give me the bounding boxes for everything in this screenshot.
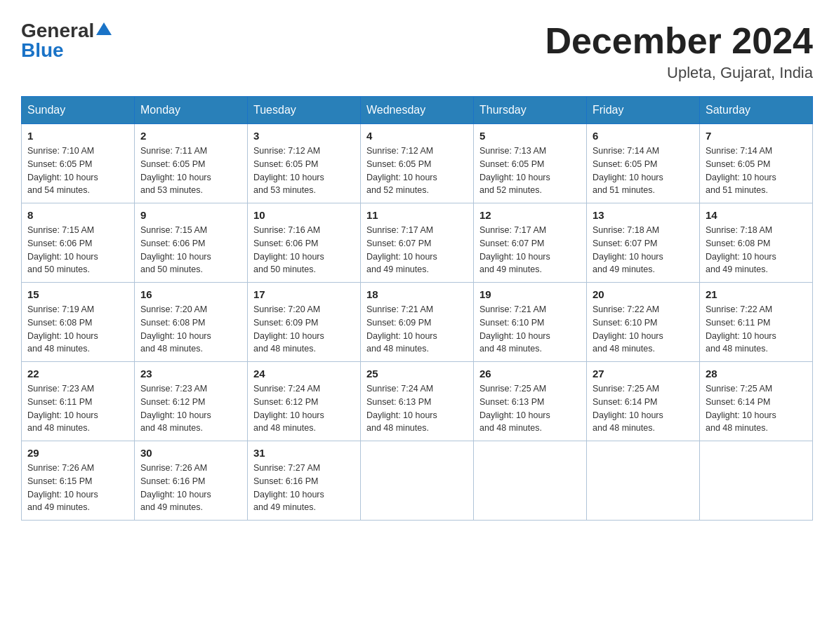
- day-info: Sunrise: 7:13 AMSunset: 6:05 PMDaylight:…: [479, 145, 581, 197]
- day-info: Sunrise: 7:25 AMSunset: 6:14 PMDaylight:…: [706, 382, 807, 435]
- day-number: 5: [479, 130, 581, 142]
- table-row: 15Sunrise: 7:19 AMSunset: 6:08 PMDayligh…: [22, 283, 135, 362]
- table-row: 12Sunrise: 7:17 AMSunset: 6:07 PMDayligh…: [474, 203, 587, 283]
- day-number: 8: [27, 209, 128, 221]
- day-info: Sunrise: 7:26 AMSunset: 6:16 PMDaylight:…: [140, 462, 241, 514]
- table-row: 1Sunrise: 7:10 AMSunset: 6:05 PMDaylight…: [22, 124, 135, 203]
- header-wednesday: Wednesday: [361, 97, 474, 124]
- day-info: Sunrise: 7:20 AMSunset: 6:08 PMDaylight:…: [140, 303, 241, 356]
- day-info: Sunrise: 7:22 AMSunset: 6:11 PMDaylight:…: [706, 303, 807, 356]
- table-row: 29Sunrise: 7:26 AMSunset: 6:15 PMDayligh…: [22, 441, 135, 521]
- table-row: 8Sunrise: 7:15 AMSunset: 6:06 PMDaylight…: [22, 203, 135, 283]
- table-row: [474, 441, 587, 521]
- day-info: Sunrise: 7:25 AMSunset: 6:14 PMDaylight:…: [593, 382, 694, 435]
- header-monday: Monday: [135, 97, 248, 124]
- day-info: Sunrise: 7:26 AMSunset: 6:15 PMDaylight:…: [27, 462, 128, 514]
- day-info: Sunrise: 7:16 AMSunset: 6:06 PMDaylight:…: [253, 224, 355, 276]
- table-row: 10Sunrise: 7:16 AMSunset: 6:06 PMDayligh…: [248, 203, 361, 283]
- day-number: 1: [27, 130, 128, 142]
- table-row: 13Sunrise: 7:18 AMSunset: 6:07 PMDayligh…: [587, 203, 700, 283]
- table-row: 18Sunrise: 7:21 AMSunset: 6:09 PMDayligh…: [361, 283, 474, 362]
- day-number: 2: [140, 130, 241, 142]
- table-row: 27Sunrise: 7:25 AMSunset: 6:14 PMDayligh…: [587, 362, 700, 441]
- day-info: Sunrise: 7:23 AMSunset: 6:11 PMDaylight:…: [27, 382, 128, 435]
- calendar-week-row: 1Sunrise: 7:10 AMSunset: 6:05 PMDaylight…: [22, 124, 813, 203]
- day-number: 23: [140, 368, 241, 380]
- day-number: 15: [27, 288, 128, 300]
- day-info: Sunrise: 7:10 AMSunset: 6:05 PMDaylight:…: [27, 145, 128, 197]
- day-number: 29: [27, 447, 128, 459]
- table-row: 5Sunrise: 7:13 AMSunset: 6:05 PMDaylight…: [474, 124, 587, 203]
- day-info: Sunrise: 7:12 AMSunset: 6:05 PMDaylight:…: [253, 145, 355, 197]
- table-row: [587, 441, 700, 521]
- day-info: Sunrise: 7:25 AMSunset: 6:13 PMDaylight:…: [479, 382, 581, 435]
- day-info: Sunrise: 7:12 AMSunset: 6:05 PMDaylight:…: [366, 145, 468, 197]
- day-info: Sunrise: 7:20 AMSunset: 6:09 PMDaylight:…: [253, 303, 355, 356]
- day-info: Sunrise: 7:27 AMSunset: 6:16 PMDaylight:…: [253, 462, 355, 514]
- day-number: 21: [706, 288, 807, 300]
- month-year-title: December 2024: [545, 21, 813, 61]
- day-number: 30: [140, 447, 241, 459]
- table-row: 11Sunrise: 7:17 AMSunset: 6:07 PMDayligh…: [361, 203, 474, 283]
- table-row: 17Sunrise: 7:20 AMSunset: 6:09 PMDayligh…: [248, 283, 361, 362]
- day-number: 7: [706, 130, 807, 142]
- day-number: 28: [706, 368, 807, 380]
- day-info: Sunrise: 7:18 AMSunset: 6:08 PMDaylight:…: [706, 224, 807, 276]
- calendar-week-row: 22Sunrise: 7:23 AMSunset: 6:11 PMDayligh…: [22, 362, 813, 441]
- day-number: 22: [27, 368, 128, 380]
- day-number: 20: [593, 288, 694, 300]
- table-row: 6Sunrise: 7:14 AMSunset: 6:05 PMDaylight…: [587, 124, 700, 203]
- calendar-week-row: 15Sunrise: 7:19 AMSunset: 6:08 PMDayligh…: [22, 283, 813, 362]
- table-row: 4Sunrise: 7:12 AMSunset: 6:05 PMDaylight…: [361, 124, 474, 203]
- table-row: 9Sunrise: 7:15 AMSunset: 6:06 PMDaylight…: [135, 203, 248, 283]
- logo-general-text: General: [21, 21, 94, 41]
- table-row: 21Sunrise: 7:22 AMSunset: 6:11 PMDayligh…: [700, 283, 813, 362]
- logo: General Blue: [21, 21, 112, 60]
- day-info: Sunrise: 7:21 AMSunset: 6:10 PMDaylight:…: [479, 303, 581, 356]
- day-number: 4: [366, 130, 468, 142]
- table-row: 7Sunrise: 7:14 AMSunset: 6:05 PMDaylight…: [700, 124, 813, 203]
- day-info: Sunrise: 7:15 AMSunset: 6:06 PMDaylight:…: [140, 224, 241, 276]
- day-number: 11: [366, 209, 468, 221]
- day-number: 25: [366, 368, 468, 380]
- table-row: [361, 441, 474, 521]
- day-number: 24: [253, 368, 355, 380]
- table-row: 20Sunrise: 7:22 AMSunset: 6:10 PMDayligh…: [587, 283, 700, 362]
- day-number: 13: [593, 209, 694, 221]
- page-header: General Blue December 2024 Upleta, Gujar…: [21, 21, 813, 82]
- header-tuesday: Tuesday: [248, 97, 361, 124]
- day-number: 19: [479, 288, 581, 300]
- day-info: Sunrise: 7:21 AMSunset: 6:09 PMDaylight:…: [366, 303, 468, 356]
- day-info: Sunrise: 7:14 AMSunset: 6:05 PMDaylight:…: [706, 145, 807, 197]
- calendar-header-row: Sunday Monday Tuesday Wednesday Thursday…: [22, 97, 813, 124]
- table-row: [700, 441, 813, 521]
- day-info: Sunrise: 7:11 AMSunset: 6:05 PMDaylight:…: [140, 145, 241, 197]
- day-number: 6: [593, 130, 694, 142]
- day-info: Sunrise: 7:24 AMSunset: 6:12 PMDaylight:…: [253, 382, 355, 435]
- table-row: 14Sunrise: 7:18 AMSunset: 6:08 PMDayligh…: [700, 203, 813, 283]
- day-number: 10: [253, 209, 355, 221]
- day-number: 9: [140, 209, 241, 221]
- day-number: 31: [253, 447, 355, 459]
- day-number: 26: [479, 368, 581, 380]
- day-number: 27: [593, 368, 694, 380]
- day-info: Sunrise: 7:22 AMSunset: 6:10 PMDaylight:…: [593, 303, 694, 356]
- day-info: Sunrise: 7:19 AMSunset: 6:08 PMDaylight:…: [27, 303, 128, 356]
- table-row: 24Sunrise: 7:24 AMSunset: 6:12 PMDayligh…: [248, 362, 361, 441]
- day-info: Sunrise: 7:24 AMSunset: 6:13 PMDaylight:…: [366, 382, 468, 435]
- table-row: 16Sunrise: 7:20 AMSunset: 6:08 PMDayligh…: [135, 283, 248, 362]
- day-info: Sunrise: 7:17 AMSunset: 6:07 PMDaylight:…: [366, 224, 468, 276]
- location-subtitle: Upleta, Gujarat, India: [545, 64, 813, 82]
- table-row: 25Sunrise: 7:24 AMSunset: 6:13 PMDayligh…: [361, 362, 474, 441]
- header-saturday: Saturday: [700, 97, 813, 124]
- header-friday: Friday: [587, 97, 700, 124]
- calendar-week-row: 29Sunrise: 7:26 AMSunset: 6:15 PMDayligh…: [22, 441, 813, 521]
- header-thursday: Thursday: [474, 97, 587, 124]
- day-number: 3: [253, 130, 355, 142]
- day-number: 14: [706, 209, 807, 221]
- logo-blue-text: Blue: [21, 39, 64, 61]
- day-info: Sunrise: 7:23 AMSunset: 6:12 PMDaylight:…: [140, 382, 241, 435]
- table-row: 2Sunrise: 7:11 AMSunset: 6:05 PMDaylight…: [135, 124, 248, 203]
- table-row: 31Sunrise: 7:27 AMSunset: 6:16 PMDayligh…: [248, 441, 361, 521]
- day-info: Sunrise: 7:15 AMSunset: 6:06 PMDaylight:…: [27, 224, 128, 276]
